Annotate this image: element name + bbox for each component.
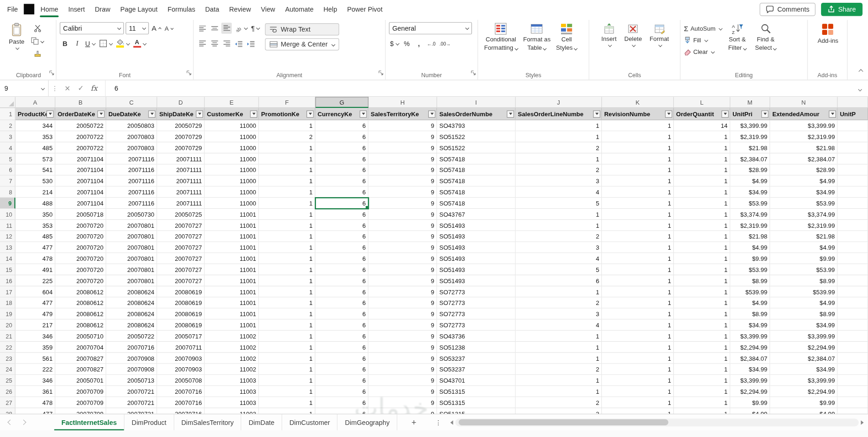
cell-E5[interactable]: 11000 bbox=[205, 153, 259, 165]
cell-H4[interactable]: 9 bbox=[368, 142, 437, 153]
cell-partial18[interactable] bbox=[838, 298, 868, 309]
cell-M15[interactable]: $53.99 bbox=[731, 264, 770, 275]
clipboard-dialog-launcher[interactable] bbox=[49, 67, 54, 77]
cell-L25[interactable]: 1 bbox=[674, 375, 731, 386]
cell-M26[interactable]: $2,294.99 bbox=[731, 386, 770, 397]
cell-F26[interactable]: 1 bbox=[259, 386, 316, 397]
cell-K24[interactable]: 1 bbox=[602, 364, 674, 375]
cell-N6[interactable]: $28.99 bbox=[770, 165, 837, 176]
cell-D12[interactable]: 20070727 bbox=[157, 231, 204, 242]
cell-I3[interactable]: SO51522 bbox=[437, 131, 516, 142]
cell-D26[interactable]: 20070716 bbox=[157, 386, 204, 397]
font-size-select[interactable]: 11 bbox=[125, 22, 149, 34]
cell-C24[interactable]: 20070908 bbox=[106, 364, 157, 375]
cell-M4[interactable]: $21.98 bbox=[731, 142, 770, 153]
cell-partial3[interactable] bbox=[838, 131, 868, 142]
cell-N21[interactable]: $3,399.99 bbox=[770, 331, 837, 342]
cell-A21[interactable]: 346 bbox=[15, 331, 55, 342]
cell-J16[interactable]: 6 bbox=[516, 275, 602, 286]
cell-L2[interactable]: 14 bbox=[674, 120, 731, 132]
cell-A18[interactable]: 477 bbox=[15, 298, 55, 309]
cell-G8[interactable]: 6 bbox=[315, 186, 368, 198]
cell-D4[interactable]: 20070729 bbox=[157, 142, 204, 153]
cell-N26[interactable]: $2,294.99 bbox=[770, 386, 837, 397]
cell-C22[interactable]: 20070716 bbox=[106, 342, 157, 353]
row-header-18[interactable]: 18 bbox=[0, 298, 15, 309]
cell-I18[interactable]: SO72773 bbox=[437, 298, 516, 309]
format-painter-button[interactable] bbox=[30, 48, 45, 60]
column-header-A[interactable]: A bbox=[15, 97, 55, 108]
cell-M27[interactable]: $9.99 bbox=[731, 397, 770, 408]
cell-M24[interactable]: $34.99 bbox=[731, 364, 770, 375]
cell-C27[interactable]: 20070721 bbox=[106, 397, 157, 408]
cell-J7[interactable]: 3 bbox=[516, 176, 602, 187]
cell-F7[interactable]: 1 bbox=[259, 176, 316, 187]
font-dialog-launcher[interactable] bbox=[186, 67, 191, 77]
menu-tab-power-pivot[interactable]: Power Pivot bbox=[342, 0, 388, 18]
row-header-10[interactable]: 10 bbox=[0, 209, 15, 220]
cell-I19[interactable]: SO72773 bbox=[437, 309, 516, 320]
cell-I5[interactable]: SO57418 bbox=[437, 153, 516, 165]
cell-B14[interactable]: 20070720 bbox=[55, 253, 106, 264]
next-sheet-button[interactable] bbox=[17, 414, 30, 430]
cell-B20[interactable]: 20080612 bbox=[55, 319, 106, 331]
cell-K13[interactable]: 1 bbox=[602, 242, 674, 253]
filter-header-productke[interactable]: ProductKe bbox=[15, 108, 55, 120]
row-header-7[interactable]: 7 bbox=[0, 176, 15, 187]
cell-partial20[interactable] bbox=[838, 319, 868, 331]
cell-D27[interactable]: 20070716 bbox=[157, 397, 204, 408]
cell-G12[interactable]: 6 bbox=[315, 231, 368, 242]
cell-H18[interactable]: 9 bbox=[368, 298, 437, 309]
menu-tab-page-layout[interactable]: Page Layout bbox=[115, 0, 163, 18]
cell-F5[interactable]: 1 bbox=[259, 153, 316, 165]
filter-header-orderquantit[interactable]: OrderQuantit bbox=[674, 108, 731, 120]
cell-N20[interactable]: $34.99 bbox=[770, 319, 837, 331]
cell-A17[interactable]: 604 bbox=[15, 286, 55, 298]
cell-K21[interactable]: 1 bbox=[602, 331, 674, 342]
cell-H21[interactable]: 9 bbox=[368, 331, 437, 342]
cell-N10[interactable]: $3,374.99 bbox=[770, 209, 837, 220]
cell-I22[interactable]: SO51238 bbox=[437, 342, 516, 353]
filter-dropdown-button[interactable] bbox=[196, 110, 203, 117]
filter-dropdown-button[interactable] bbox=[761, 110, 768, 117]
filter-dropdown-button[interactable] bbox=[428, 110, 435, 117]
cell-E3[interactable]: 11000 bbox=[205, 131, 259, 142]
cell-F20[interactable]: 1 bbox=[259, 319, 316, 331]
font-name-select[interactable]: Calibri bbox=[60, 22, 124, 34]
cell-I17[interactable]: SO72773 bbox=[437, 286, 516, 298]
sheet-tab-dimdate[interactable]: DimDate bbox=[241, 414, 282, 430]
cell-K26[interactable]: 1 bbox=[602, 386, 674, 397]
cell-partial4[interactable] bbox=[838, 142, 868, 153]
row-header-6[interactable]: 6 bbox=[0, 165, 15, 176]
cell-J17[interactable]: 1 bbox=[516, 286, 602, 298]
cell-I14[interactable]: SO51493 bbox=[437, 253, 516, 264]
cell-A22[interactable]: 359 bbox=[15, 342, 55, 353]
filter-header-revisionnumbe[interactable]: RevisionNumbe bbox=[602, 108, 674, 120]
cell-A7[interactable]: 530 bbox=[15, 176, 55, 187]
cell-E13[interactable]: 11001 bbox=[205, 242, 259, 253]
cell-C11[interactable]: 20070801 bbox=[106, 220, 157, 231]
column-header-L[interactable]: L bbox=[674, 97, 731, 108]
cell-C4[interactable]: 20070803 bbox=[106, 142, 157, 153]
cell-partial21[interactable] bbox=[838, 331, 868, 342]
cell-E20[interactable]: 11001 bbox=[205, 319, 259, 331]
cell-F16[interactable]: 1 bbox=[259, 275, 316, 286]
cell-N17[interactable]: $539.99 bbox=[770, 286, 837, 298]
cell-G6[interactable]: 6 bbox=[315, 165, 368, 176]
menu-tab-home[interactable]: Home bbox=[36, 0, 64, 18]
cell-E17[interactable]: 11001 bbox=[205, 286, 259, 298]
cell-K23[interactable]: 1 bbox=[602, 353, 674, 364]
cell-G21[interactable]: 6 bbox=[315, 331, 368, 342]
cell-B15[interactable]: 20070720 bbox=[55, 264, 106, 275]
cell-A20[interactable]: 217 bbox=[15, 319, 55, 331]
filter-header-promotionke[interactable]: PromotionKe bbox=[259, 108, 316, 120]
scrollbar-thumb[interactable] bbox=[459, 419, 668, 425]
cell-B23[interactable]: 20070827 bbox=[55, 353, 106, 364]
cell-N22[interactable]: $2,294.99 bbox=[770, 342, 837, 353]
cell-J5[interactable]: 1 bbox=[516, 153, 602, 165]
font-color-button[interactable]: A bbox=[132, 38, 147, 49]
cell-G15[interactable]: 6 bbox=[315, 264, 368, 275]
cell-K6[interactable]: 1 bbox=[602, 165, 674, 176]
cell-I15[interactable]: SO51493 bbox=[437, 264, 516, 275]
increase-decimal-button[interactable]: ←.0 bbox=[426, 38, 437, 49]
